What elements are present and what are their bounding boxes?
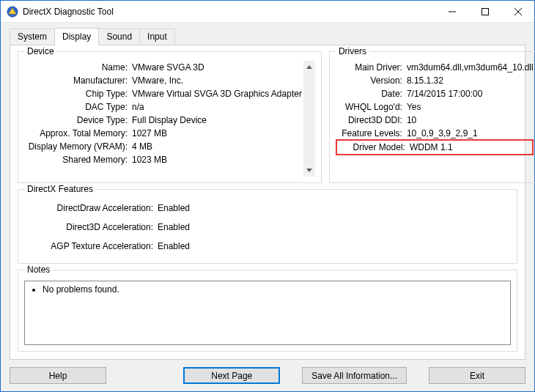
notes-item: No problems found. — [43, 284, 506, 295]
notes-group: Notes No problems found. — [18, 270, 517, 352]
device-group: Device Name:VMware SVGA 3D Manufacturer:… — [18, 51, 322, 183]
drivers-d3d-ddi-value: 10 — [405, 114, 416, 127]
drivers-driver-model-value: WDDM 1.1 — [408, 141, 453, 154]
notes-legend: Notes — [24, 265, 53, 275]
device-dac-type-value: n/a — [130, 100, 144, 114]
button-row: Help Next Page Save All Information... E… — [10, 360, 525, 384]
tab-input[interactable]: Input — [139, 29, 175, 45]
help-button[interactable]: Help — [10, 367, 106, 384]
tab-body: Device Name:VMware SVGA 3D Manufacturer:… — [10, 45, 525, 360]
drivers-whql-label: WHQL Logo'd: — [336, 100, 405, 114]
dxfeat-directdraw-label: DirectDraw Acceleration: — [24, 199, 156, 218]
notes-textbox[interactable]: No problems found. — [24, 281, 511, 345]
drivers-driver-model-label: Driver Model: — [339, 141, 408, 154]
device-shared-memory-label: Shared Memory: — [24, 153, 130, 166]
drivers-main-driver-value: vm3dum64.dll,vm3dum64_10.dll — [405, 61, 534, 74]
next-page-button[interactable]: Next Page — [183, 367, 280, 384]
device-approx-total-memory-label: Approx. Total Memory: — [24, 127, 130, 140]
device-manufacturer-label: Manufacturer: — [24, 74, 130, 87]
drivers-legend: Drivers — [336, 46, 369, 56]
tab-system[interactable]: System — [10, 29, 55, 45]
device-name-value: VMware SVGA 3D — [130, 61, 204, 74]
device-manufacturer-value: VMware, Inc. — [130, 74, 183, 87]
tabstrip: System Display Sound Input — [10, 27, 525, 45]
minimize-button[interactable] — [435, 1, 468, 22]
drivers-d3d-ddi-label: Direct3D DDI: — [336, 114, 405, 127]
client-area: System Display Sound Input Device Name:V… — [1, 23, 534, 391]
drivers-version-value: 8.15.1.32 — [405, 74, 443, 87]
directx-features-legend: DirectX Features — [24, 184, 96, 194]
tab-sound[interactable]: Sound — [98, 29, 140, 45]
drivers-version-label: Version: — [336, 74, 405, 87]
device-display-memory-value: 4 MB — [130, 140, 152, 153]
device-name-label: Name: — [24, 61, 130, 74]
drivers-date-value: 7/14/2015 17:00:00 — [405, 87, 482, 100]
device-legend: Device — [24, 46, 57, 56]
titlebar: DirectX Diagnostic Tool — [1, 1, 534, 23]
close-button[interactable] — [501, 1, 534, 22]
dxfeat-directdraw-value: Enabled — [156, 199, 190, 218]
drivers-whql-value: Yes — [405, 100, 421, 114]
exit-button[interactable]: Exit — [429, 367, 525, 384]
dxfeat-agp-value: Enabled — [156, 237, 190, 256]
scroll-up-icon[interactable] — [303, 61, 315, 73]
device-scrollbar[interactable] — [303, 61, 315, 177]
dxfeat-agp-label: AGP Texture Acceleration: — [24, 237, 156, 256]
scroll-down-icon[interactable] — [303, 164, 315, 177]
device-device-type-label: Device Type: — [24, 114, 130, 127]
save-all-information-button[interactable]: Save All Information... — [302, 367, 407, 384]
drivers-date-label: Date: — [336, 87, 405, 100]
device-shared-memory-value: 1023 MB — [130, 153, 167, 166]
device-display-memory-label: Display Memory (VRAM): — [24, 140, 130, 153]
device-chip-type-label: Chip Type: — [24, 87, 130, 100]
device-device-type-value: Full Display Device — [130, 114, 207, 127]
drivers-feature-levels-value: 10_0,9_3,9_2,9_1 — [405, 127, 478, 140]
dxfeat-direct3d-value: Enabled — [156, 218, 190, 237]
drivers-feature-levels-label: Feature Levels: — [336, 127, 405, 140]
device-dac-type-label: DAC Type: — [24, 100, 130, 114]
directx-features-group: DirectX Features DirectDraw Acceleration… — [18, 189, 517, 264]
dxfeat-direct3d-label: Direct3D Acceleration: — [24, 218, 156, 237]
device-approx-total-memory-value: 1027 MB — [130, 127, 167, 140]
drivers-properties: Main Driver:vm3dum64.dll,vm3dum64_10.dll… — [336, 61, 534, 155]
dxdiag-app-icon — [7, 6, 18, 18]
maximize-button[interactable] — [468, 1, 501, 22]
dxdiag-window: DirectX Diagnostic Tool System Display S… — [0, 0, 535, 392]
svg-rect-2 — [482, 8, 488, 15]
device-chip-type-value: VMware Virtual SVGA 3D Graphics Adapter — [130, 87, 302, 100]
window-title: DirectX Diagnostic Tool — [23, 7, 435, 17]
drivers-group: Drivers Main Driver:vm3dum64.dll,vm3dum6… — [329, 51, 535, 183]
drivers-driver-model-row-highlight: Driver Model:WDDM 1.1 — [336, 139, 534, 155]
device-properties: Name:VMware SVGA 3D Manufacturer:VMware,… — [24, 61, 315, 177]
drivers-main-driver-label: Main Driver: — [336, 61, 405, 74]
tab-display[interactable]: Display — [54, 28, 99, 45]
